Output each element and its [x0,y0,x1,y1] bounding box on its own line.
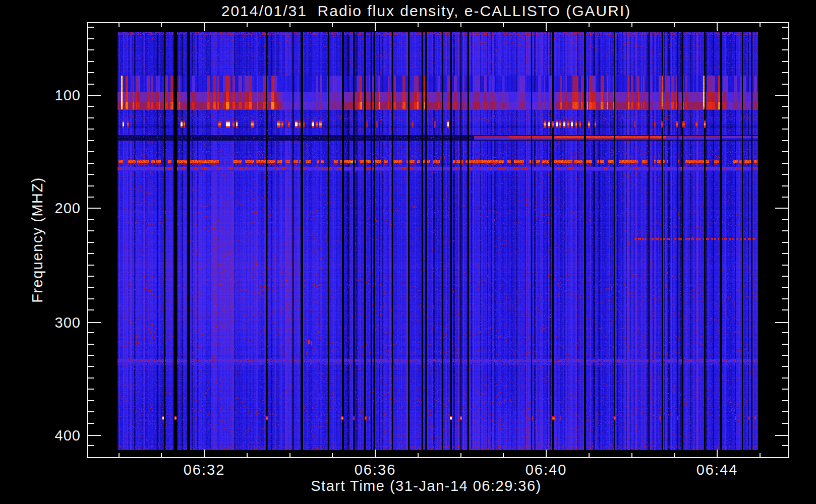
axis-tick [546,23,547,31]
axis-tick [760,453,761,457]
axis-tick [88,309,94,310]
axis-tick [782,72,788,73]
axis-tick [782,174,788,175]
axis-tick [88,298,94,299]
x-tick-label: 06:32 [184,462,225,478]
axis-tick [88,322,101,323]
axis-tick [88,242,94,243]
axis-tick [782,151,788,152]
axis-tick [674,23,675,27]
axis-tick [589,453,590,457]
axis-tick [782,117,788,118]
axis-tick [782,197,788,198]
axis-tick [782,389,788,390]
axis-tick [88,219,94,220]
axis-tick [782,377,788,379]
axis-tick [782,106,788,107]
axis-tick [503,23,504,27]
axis-tick [88,287,94,288]
axis-tick [88,208,101,209]
axis-tick [88,38,94,39]
axis-tick [88,61,94,62]
axis-tick [88,366,94,367]
axis-tick [204,23,205,31]
axis-tick [546,450,547,457]
axis-tick [460,453,461,457]
axis-tick [247,453,248,457]
axis-tick [782,276,788,277]
axis-tick [782,38,788,39]
axis-tick [782,332,788,333]
axis-tick [674,453,675,457]
x-tick-label: 06:40 [526,462,567,478]
axis-tick [782,242,788,243]
axis-tick [418,23,419,27]
axis-tick [782,298,788,299]
axis-tick [88,332,94,333]
axis-tick [782,265,788,266]
y-tick-label: 100 [28,87,81,104]
axis-tick [418,453,419,457]
axis-tick [247,23,248,27]
axis-tick [289,453,290,457]
axis-tick [589,23,590,27]
axis-tick [775,95,788,96]
axis-tick [782,27,788,28]
axis-tick [782,355,788,356]
axis-tick [88,389,94,390]
axis-tick [717,450,718,457]
axis-tick [503,453,504,457]
axis-tick [782,140,788,141]
axis-tick [88,265,94,266]
axis-tick [88,344,94,345]
axis-tick [631,453,632,457]
axis-tick [782,344,788,345]
axis-tick [88,117,94,118]
plot-frame [87,22,789,458]
axis-tick [782,309,788,310]
axis-tick [88,72,94,73]
axis-tick [775,208,788,209]
axis-tick [88,445,94,446]
axis-tick [88,253,94,254]
x-axis-title: Start Time (31-Jan-14 06:29:36) [311,478,542,494]
axis-tick [717,23,718,31]
axis-tick [88,185,94,186]
axis-tick [88,174,94,175]
axis-tick [775,322,788,323]
axis-tick [88,140,94,141]
x-tick-label: 06:44 [696,462,738,478]
axis-tick [88,84,94,85]
axis-tick [332,23,333,27]
page-title: 2014/01/31 Radio flux density, e-CALLIST… [221,3,631,20]
spectrogram-screen: 2014/01/31 Radio flux density, e-CALLIST… [0,0,816,504]
axis-tick [631,23,632,27]
axis-tick [375,450,376,457]
y-tick-label: 400 [28,427,81,444]
axis-tick [775,435,788,436]
axis-tick [782,185,788,186]
axis-tick [782,253,788,254]
axis-tick [88,49,94,50]
axis-tick [782,400,788,401]
axis-tick [375,23,376,31]
axis-tick [161,23,162,27]
axis-tick [782,411,788,412]
axis-tick [88,27,94,28]
axis-tick [782,84,788,85]
axis-tick [88,411,94,412]
axis-tick [760,23,761,27]
axis-tick [782,230,788,231]
axis-tick [88,129,94,130]
axis-tick [88,276,94,277]
axis-tick [782,423,788,424]
axis-tick [88,95,101,96]
axis-tick [289,23,290,27]
axis-tick [782,366,788,367]
x-tick-label: 06:36 [355,462,396,478]
axis-tick [88,163,94,164]
axis-tick [332,453,333,457]
axis-tick [782,219,788,220]
axis-tick [782,287,788,288]
axis-tick [161,453,162,457]
